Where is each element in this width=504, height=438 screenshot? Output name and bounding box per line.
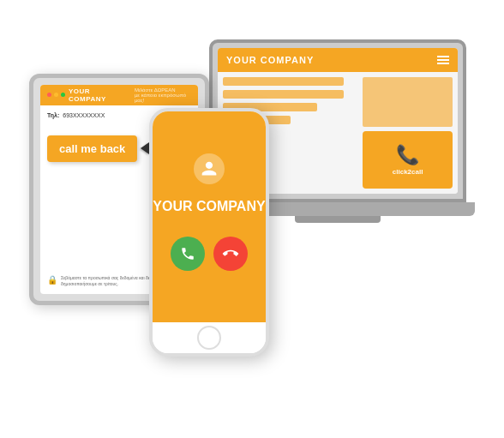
- phone-home-button[interactable]: [197, 326, 221, 350]
- laptop-content-bar-1: [223, 77, 344, 86]
- dot-red: [47, 93, 51, 97]
- tablet-window-dots: [47, 93, 65, 97]
- menu-line-1: [437, 56, 449, 57]
- tablet-subtitle-block: Μιλάστε ΔΩΡΕΑΝ με κάποιο εκπρόσωπό μας!: [131, 87, 191, 103]
- phone-call-buttons: [153, 219, 266, 279]
- laptop-image-block: [363, 77, 453, 128]
- dot-green: [61, 93, 65, 97]
- phone-bottom-bar: [153, 322, 266, 353]
- lock-icon: 🔒: [47, 275, 57, 285]
- laptop-content-bar-2: [223, 90, 344, 99]
- accept-call-button[interactable]: [171, 237, 205, 271]
- click2call-phone-icon: 📞: [396, 144, 419, 166]
- phone-company-name: YOUR COMPANY: [153, 198, 265, 214]
- tablet-topbar: YOUR COMPANY Μιλάστε ΔΩΡΕΑΝ με κάποιο εκ…: [40, 85, 198, 105]
- menu-line-3: [437, 63, 449, 64]
- call-me-back-label: call me back: [59, 142, 125, 155]
- scene: YOUR COMPANY: [29, 22, 475, 417]
- tablet-brand-title: YOUR COMPANY: [69, 87, 124, 103]
- click2call-box[interactable]: 📞 click2call: [363, 131, 453, 189]
- tablet-phone-prefix: Τηλ:: [47, 112, 59, 118]
- laptop-stand: [295, 216, 381, 223]
- dot-yellow: [54, 93, 58, 97]
- menu-line-2: [437, 59, 449, 61]
- laptop-topbar: YOUR COMPANY: [218, 48, 458, 72]
- tablet-phone-number: 693XXXXXXXX: [63, 112, 105, 118]
- laptop-brand-title: YOUR COMPANY: [226, 55, 314, 65]
- phone-frame: YOUR COMPANY: [149, 108, 269, 357]
- laptop-menu-icon: [437, 56, 449, 64]
- laptop-right-panel: 📞 click2call: [363, 77, 453, 189]
- phone-screen: YOUR COMPANY: [153, 111, 266, 322]
- click2call-label: click2call: [393, 168, 423, 176]
- cursor-arrow: [141, 142, 149, 154]
- phone-contact-avatar: [194, 153, 225, 184]
- tablet-subtitle-2: με κάποιο εκπρόσωπό μας!: [135, 93, 191, 103]
- reject-call-button[interactable]: [213, 237, 248, 271]
- phone-device: YOUR COMPANY: [149, 108, 269, 357]
- call-me-back-button[interactable]: call me back: [47, 135, 137, 162]
